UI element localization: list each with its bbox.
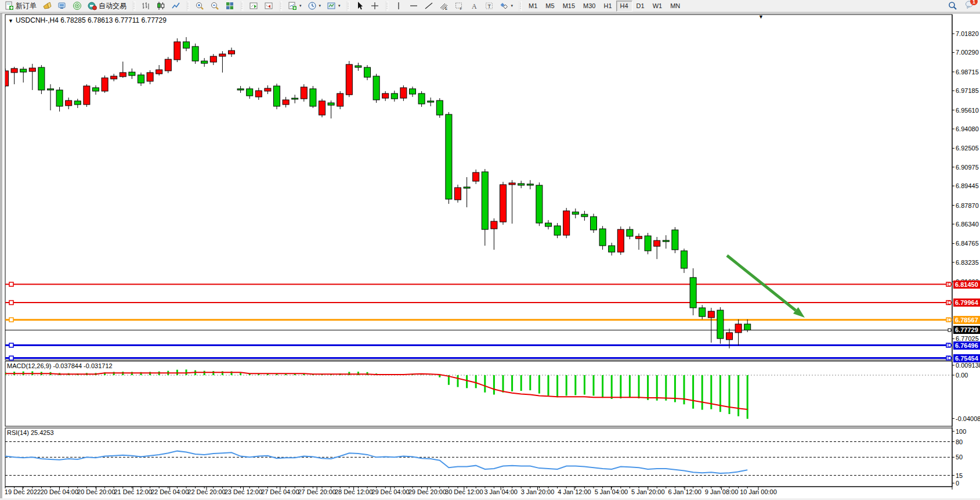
tag-anchor <box>948 283 951 286</box>
candle-body <box>400 88 407 98</box>
candle-body <box>201 61 208 63</box>
price-axis-label: 7.00290 <box>956 49 979 56</box>
time-axis-label: 9 Jan 08:00 <box>705 488 739 495</box>
candle-body <box>717 310 724 339</box>
collapse-triangle-icon[interactable]: ▼ <box>8 18 13 24</box>
candle-body <box>346 64 352 95</box>
time-axis-label: 5 Jan 04:00 <box>595 488 628 495</box>
candle-body <box>527 184 533 185</box>
line-handle[interactable] <box>9 301 13 305</box>
time-axis-label: 29 Dec 04:00 <box>371 488 409 495</box>
line-handle[interactable] <box>9 343 13 347</box>
candle-body <box>545 223 552 226</box>
chart-canvas[interactable] <box>0 0 980 500</box>
candle-body <box>192 46 198 61</box>
tag-anchor <box>948 344 951 347</box>
candle-body <box>617 229 624 252</box>
time-axis-label: 20 Dec 04:00 <box>41 488 78 495</box>
candle-body <box>84 86 90 105</box>
line-handle[interactable] <box>9 356 13 360</box>
price-tag: 6.76496 <box>953 341 980 350</box>
candle-body <box>708 311 714 318</box>
candle-body <box>663 240 669 242</box>
candle-body <box>364 67 371 77</box>
candle-body <box>563 211 570 235</box>
candle-body <box>66 100 72 106</box>
price-tag: 6.81450 <box>953 280 980 289</box>
tag-anchor <box>948 329 951 332</box>
time-axis-label: 27 Dec 04:00 <box>261 488 299 495</box>
candle-body <box>428 101 434 102</box>
candle-body <box>436 100 443 115</box>
price-axis-label: 6.87870 <box>956 202 979 209</box>
price-axis-label: 6.90975 <box>956 164 979 171</box>
candle-body <box>165 59 171 71</box>
candle-body <box>337 93 343 106</box>
candle-body <box>735 324 742 333</box>
candle-body <box>301 87 307 99</box>
candle-body <box>48 89 54 90</box>
candle-body <box>591 217 597 230</box>
time-axis-label: 10 Jan 00:00 <box>740 488 777 495</box>
candle-body <box>247 89 253 96</box>
tag-anchor <box>948 357 951 359</box>
macd-axis-label: -0.040081 <box>956 415 980 422</box>
candle-body <box>599 229 606 246</box>
price-axis-label: 6.89445 <box>956 182 979 189</box>
price-axis-label: 6.95610 <box>956 107 979 114</box>
candle-body <box>29 68 35 71</box>
rsi-axis-label: 0 <box>956 480 959 487</box>
candle-body <box>265 88 271 91</box>
candle-body <box>636 236 642 239</box>
line-handle[interactable] <box>9 282 13 286</box>
candle-body <box>482 172 488 229</box>
chart-corner-marker-icon: ▼ <box>758 14 764 20</box>
candle-body <box>219 54 226 56</box>
time-axis-label: 5 Jan 20:00 <box>631 488 665 495</box>
macd-pane[interactable] <box>5 361 952 426</box>
candle-body <box>373 76 379 100</box>
candle-body <box>391 93 397 99</box>
candle-body <box>328 103 334 105</box>
candle-body <box>672 230 678 250</box>
candle-body <box>129 72 135 75</box>
time-axis-label: 22 Dec 04:00 <box>151 488 189 495</box>
candle-body <box>382 93 389 98</box>
time-axis-label: 4 Jan 12:00 <box>558 488 591 495</box>
candle-body <box>210 56 216 62</box>
candle-body <box>56 90 63 106</box>
candle-body <box>183 42 190 48</box>
time-axis-label: 28 Dec 12:00 <box>335 488 373 495</box>
candle-body <box>726 333 733 340</box>
rsi-axis-label: 50 <box>956 454 963 461</box>
main-price-pane[interactable] <box>5 15 952 360</box>
candle-body <box>102 78 108 91</box>
candle-body <box>509 183 515 185</box>
line-handle[interactable] <box>9 318 13 322</box>
candle-body <box>699 308 706 316</box>
candle-body <box>355 66 361 67</box>
price-tag: 6.75454 <box>953 354 980 362</box>
price-axis-label: 6.97185 <box>956 87 979 94</box>
rsi-axis-label: 100 <box>956 428 966 435</box>
candle-body <box>274 86 280 106</box>
candle-body <box>174 42 180 60</box>
time-axis-label: 3 Jan 04:00 <box>484 488 518 495</box>
time-axis-label: 6 Jan 12:00 <box>668 488 701 495</box>
candle-body <box>491 221 497 229</box>
price-axis-label: 6.83235 <box>956 259 979 266</box>
time-axis-label: 19 Dec 2022 <box>5 488 41 495</box>
candle-body <box>690 278 696 308</box>
candle-body <box>147 73 153 81</box>
candle-body <box>455 188 461 200</box>
metatrader-window: 新订单自动交易▾▾▾EFAT▾M1M5M15M30H1H4D1W1MN1 ▼US… <box>0 0 980 500</box>
candle-body <box>536 185 543 223</box>
rsi-label: RSI(14) 25.4253 <box>7 429 54 436</box>
candle-body <box>120 73 126 77</box>
candle-body <box>744 324 751 330</box>
candle-body <box>138 75 144 83</box>
time-axis-label: 22 Dec 20:00 <box>187 488 225 495</box>
candle-body <box>681 251 688 268</box>
macd-axis-label: 0.00 <box>956 372 968 379</box>
candle-body <box>310 89 316 106</box>
